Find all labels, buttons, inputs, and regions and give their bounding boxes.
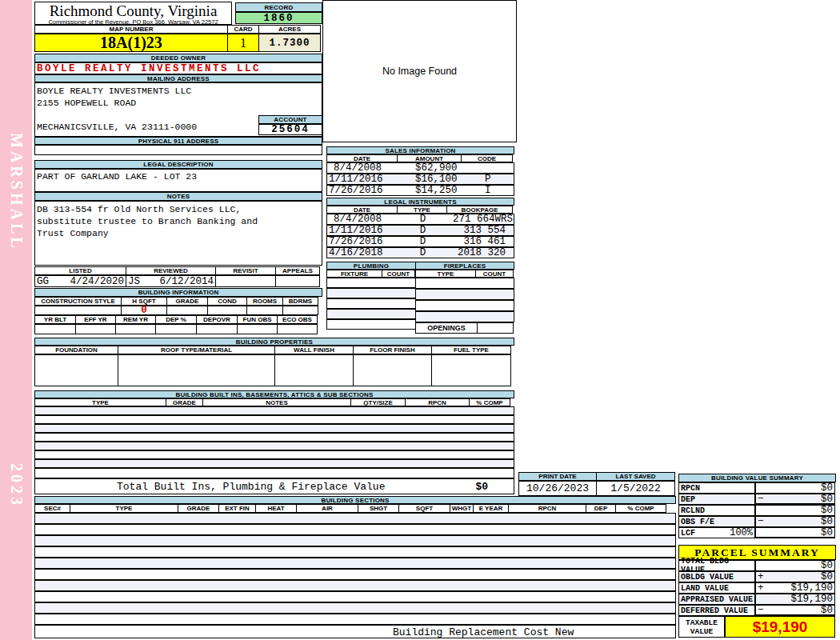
building-properties-values [34, 354, 514, 386]
county-title: Richmond County, Virginia [35, 2, 231, 18]
mailing-address-label: MAILING ADDRESS [34, 74, 322, 82]
building-sections-row [34, 591, 676, 602]
physical-address-value [34, 145, 322, 155]
last-saved-value: 1/5/2022 [596, 481, 675, 496]
bvs-row: OBS F/E − $0 [678, 516, 836, 527]
taxable-value-row: TAXABLE VALUE $19,190 [678, 616, 836, 638]
card-label: CARD [227, 25, 259, 34]
plumbing-row [326, 288, 416, 298]
openings-row: OPENINGS [415, 322, 514, 334]
mailing-line-2: 2155 HOPEWELL ROAD [37, 97, 322, 109]
listed-by: GG [37, 276, 49, 287]
built-ins-row [34, 468, 514, 478]
built-ins-row [34, 442, 514, 450]
fireplace-row [415, 311, 514, 322]
property-record-card: MARSHALL 2023 Richmond County, Virginia … [0, 0, 840, 640]
print-info-headers: PRINT DATE LAST SAVED [518, 472, 676, 481]
account-value: 25604 [271, 124, 310, 135]
listed-date: 4/24/2020 [70, 276, 124, 287]
building-sections-row [34, 602, 676, 614]
taxable-label-1: TAXABLE [686, 618, 718, 627]
parcel-summary-row: DEFERRED VALUE − $0 [678, 605, 836, 616]
built-ins-column-headers: TYPE GRADE NOTES QTY/SIZE RPCN % COMP [34, 398, 514, 406]
instrument-row: 7/26/2016 D 316 461 [326, 236, 514, 247]
fireplace-row [415, 300, 514, 311]
reviewed-date: 6/12/2014 [159, 276, 214, 287]
parcel-summary-row: LAND VALUE + $19,190 [678, 582, 836, 594]
physical-address-label: PHYSICAL 911 ADDRESS [34, 137, 322, 145]
fireplace-row [415, 289, 514, 300]
vendor-watermark: MARSHALL [6, 132, 27, 252]
left-margin-strip: MARSHALL 2023 [0, 0, 32, 640]
bvs-row: LCF 100% $0 [678, 527, 836, 538]
map-number-label: MAP NUMBER [34, 25, 228, 34]
taxable-value: $19,190 [753, 618, 808, 636]
notes-line-1: DB 313-554 fr Old North Services LLC, [37, 203, 322, 215]
section-header-building-sections: BUILDING SECTIONS [34, 496, 676, 504]
taxable-label-2: VALUE [690, 627, 714, 636]
plumbing-row [326, 278, 416, 288]
building-sections-row [34, 614, 676, 625]
bvs-row: DEP − $0 [678, 494, 836, 505]
legal-description-label: LEGAL DESCRIPTION [34, 160, 322, 169]
building-sections-row [34, 558, 676, 569]
parcel-summary-row: OBLDG VALUE + $0 [678, 571, 836, 582]
print-date-label: PRINT DATE [518, 472, 597, 481]
building-sections-row [34, 513, 676, 524]
instrument-row: 8/4/2008 D 271 664WRS [326, 214, 514, 225]
fireplace-row [415, 278, 514, 289]
sales-row: 1/11/2016 $16,100 P [326, 174, 514, 185]
legal-description-value: PART OF GARLAND LAKE - LOT 23 [34, 169, 322, 192]
listed-label: LISTED [34, 266, 126, 275]
building-sections-row [34, 569, 676, 580]
revisit-label: REVISIT [215, 266, 276, 275]
building-sections-column-headers: SEC# TYPE GRADE EXT FIN HEAT AIR SHGT SQ… [34, 504, 676, 513]
sales-row: 8/4/2008 $62,900 [326, 162, 514, 174]
instrument-row: 1/11/2016 D 313 554 [326, 225, 514, 236]
appeals-value [275, 275, 320, 287]
parcel-summary-row: TOTAL BLDG VALUE $0 [678, 560, 836, 571]
building-sections-footer-row: Building Replacement Cost New [34, 625, 676, 638]
openings-value [477, 322, 514, 334]
building-sections-row [34, 580, 676, 591]
built-ins-row [34, 415, 514, 424]
review-values: GG 4/24/2020 JS 6/12/2014 [34, 275, 322, 287]
print-date-value: 10/26/2023 [518, 481, 597, 496]
deeded-owner-label: DEEDED OWNER [34, 54, 322, 62]
section-header-built-ins: BUILDING BUILT INS, BASEMENTS, ATTICS & … [34, 390, 514, 398]
notes-block: DB 313-554 fr Old North Services LLC, su… [34, 201, 322, 266]
notes-line-2: substitute trustee to Branch Banking and [37, 215, 322, 227]
mailing-line-1: BOYLE REALTY INVESTMENTS LLC [37, 85, 322, 97]
print-info-values: 10/26/2023 1/5/2022 [518, 481, 676, 496]
section-header-legal-instruments: LEGAL INSTRUMENTS [326, 198, 514, 206]
openings-label: OPENINGS [415, 322, 478, 334]
record-value: 1860 [263, 13, 294, 24]
built-ins-total-value: $0 [475, 481, 488, 493]
built-ins-row [34, 433, 514, 442]
building-info-values-1: 0 [34, 306, 322, 315]
instrument-row: 4/16/2018 D 2018 320 [326, 247, 514, 258]
acres-label: ACRES [258, 25, 321, 34]
county-header: Richmond County, Virginia Commissioner o… [34, 2, 232, 25]
built-ins-row [34, 459, 514, 468]
review-headers: LISTED REVIEWED REVISIT APPEALS [34, 266, 322, 275]
section-header-building-value-summary: BUILDING VALUE SUMMARY [678, 474, 836, 482]
building-properties-headers: FOUNDATION ROOF TYPE/MATERIAL WALL FINIS… [34, 346, 514, 354]
built-ins-row [34, 424, 514, 433]
map-card-acres-headers: MAP NUMBER CARD ACRES [34, 25, 322, 34]
record-label: RECORD [235, 2, 322, 12]
section-header-plumbing: PLUMBING [326, 262, 416, 270]
building-info-headers-2: YR BLT EFF YR REM YR DEP % DEPOVR FUN OB… [34, 315, 322, 324]
replacement-cost-label: Building Replacement Cost New [393, 626, 574, 638]
building-info-values-2 [34, 324, 322, 334]
section-header-building-information: BUILDING INFORMATION [34, 288, 322, 297]
reviewed-label: REVIEWED [126, 266, 216, 275]
built-ins-total-row: Total Built Ins, Plumbing & Fireplace Va… [34, 478, 514, 494]
plumbing-column-headers: FIXTURE COUNT [326, 270, 416, 278]
h-sqft-value: 0 [121, 306, 167, 315]
parcel-summary-row: APPRAISED VALUE $19,190 [678, 594, 836, 605]
building-sections-row [34, 535, 676, 546]
bvs-row: RPCN $0 [678, 482, 836, 494]
plumbing-row [326, 309, 416, 319]
built-ins-total-label: Total Built Ins, Plumbing & Fireplace Va… [117, 481, 385, 493]
